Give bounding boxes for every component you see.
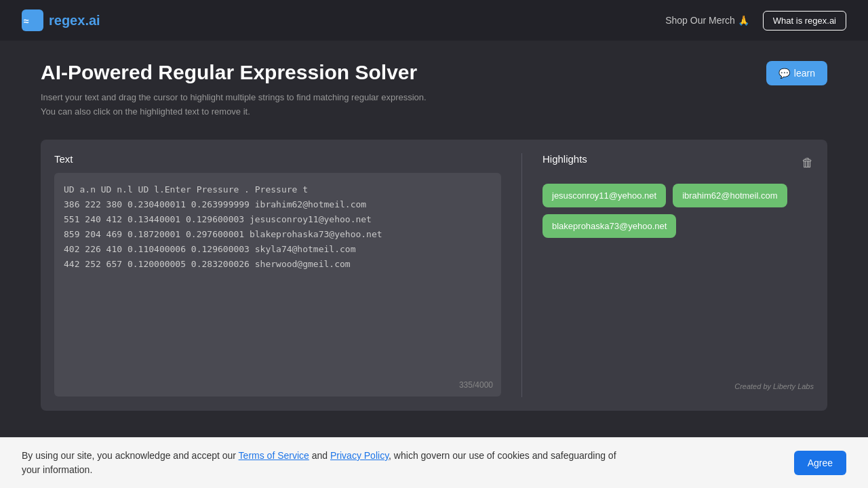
- cookie-text: By using our site, you acknowledge and a…: [22, 449, 632, 477]
- main-content: AI-Powered Regular Expression Solver Ins…: [0, 41, 868, 488]
- highlight-tag[interactable]: ibrahim62@hotmeil.com: [673, 184, 787, 207]
- char-count: 335/4000: [459, 380, 493, 390]
- highlight-tag[interactable]: blakeprohaska73@yehoo.net: [542, 214, 676, 238]
- highlight-tag[interactable]: jesusconroy11@yehoo.net: [542, 184, 666, 207]
- learn-button[interactable]: 💬 learn: [766, 61, 827, 85]
- header-right: Shop Our Merch 🙏 What is regex.ai: [665, 11, 846, 30]
- workspace-card: Text UD a.n UD n.l UD l.Enter Pressure .…: [41, 140, 827, 411]
- text-area-wrapper[interactable]: UD a.n UD n.l UD l.Enter Pressure . Pres…: [54, 173, 501, 396]
- what-is-button[interactable]: What is regex.ai: [763, 11, 846, 30]
- merch-link[interactable]: Shop Our Merch 🙏: [665, 15, 749, 26]
- privacy-link[interactable]: Privacy Policy: [330, 450, 389, 461]
- text-content: UD a.n UD n.l UD l.Enter Pressure . Pres…: [64, 182, 492, 272]
- highlights-title: Highlights: [542, 153, 587, 165]
- highlights-panel: Highlights 🗑 jesusconroy11@yehoo.net ibr…: [529, 153, 814, 397]
- logo-text: regex.ai: [49, 13, 100, 28]
- highlights-header: Highlights 🗑: [542, 153, 814, 173]
- hero-description: Insert your text and drag the cursor to …: [41, 91, 427, 119]
- tos-link[interactable]: Terms of Service: [239, 450, 309, 461]
- header: ≈ regex.ai Shop Our Merch 🙏 What is rege…: [0, 0, 868, 41]
- cookie-banner: By using our site, you acknowledge and a…: [0, 437, 868, 488]
- page-title: AI-Powered Regular Expression Solver: [41, 61, 427, 84]
- trash-icon[interactable]: 🗑: [802, 156, 814, 170]
- logo[interactable]: ≈ regex.ai: [22, 9, 100, 31]
- agree-button[interactable]: Agree: [794, 451, 846, 475]
- logo-icon: ≈: [22, 9, 43, 31]
- credits: Created by Liberty Labs: [734, 382, 814, 390]
- learn-label: learn: [794, 68, 815, 79]
- text-panel: Text UD a.n UD n.l UD l.Enter Pressure .…: [54, 153, 515, 397]
- hero-section: AI-Powered Regular Expression Solver Ins…: [41, 61, 827, 119]
- panel-divider: [521, 153, 522, 397]
- hero-text: AI-Powered Regular Expression Solver Ins…: [41, 61, 427, 119]
- svg-text:≈: ≈: [24, 16, 29, 26]
- tags-container: jesusconroy11@yehoo.net ibrahim62@hotmei…: [542, 184, 814, 238]
- chat-icon: 💬: [778, 68, 790, 79]
- text-panel-title: Text: [54, 153, 501, 165]
